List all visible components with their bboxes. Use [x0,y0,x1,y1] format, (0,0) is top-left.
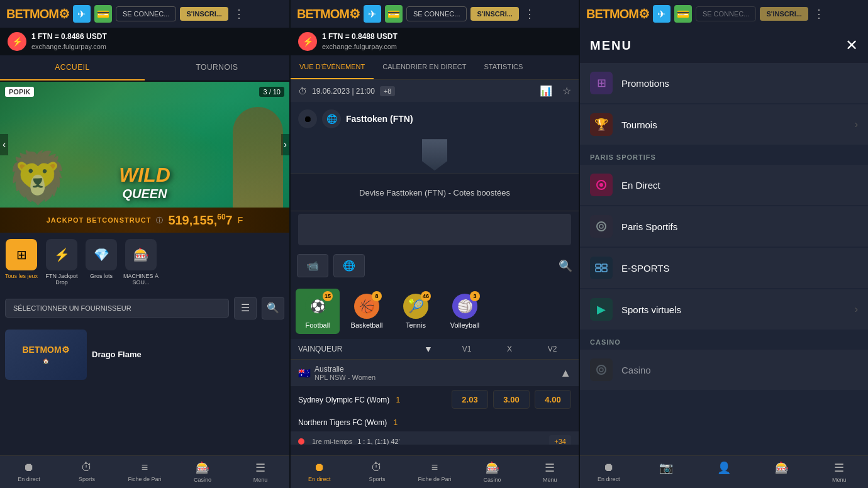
panel-sports: BETMOM⚙ ✈ 💳 SE CONNEC... S'INSCRI... ⋮ ⚡… [291,0,580,488]
sports-virtuels-chevron: › [855,304,858,315]
bottom-nav-menu[interactable]: ☰ Menu [231,456,289,488]
sport-football[interactable]: ⚽ 15 Football [296,289,340,334]
connect-btn-1[interactable]: SE CONNEC... [116,6,177,21]
more-btn-2[interactable]: ⋮ [523,7,537,21]
register-btn-3[interactable]: S'INSCRI... [760,7,808,21]
hero-next-btn[interactable]: › [281,134,289,155]
search-icon[interactable]: 🔍 [262,297,284,319]
tab-calendrier[interactable]: CALENDRIER EN DIRECT [374,55,475,79]
search-btn-2[interactable]: 🔍 [559,259,572,273]
telegram-icon-2[interactable]: ✈ [364,5,381,23]
ftn-rate-1: 1 FTN = 0.8486 USDT [31,31,107,42]
bottom-nav2-betslip[interactable]: ≡ Fiche de Pari [406,456,464,488]
tab-statistics[interactable]: STATISTICS [475,55,531,79]
vainqueur-dropdown-icon[interactable]: ▼ [424,344,433,354]
menu-item-sports-virtuels[interactable]: ▶ Sports virtuels › [580,289,868,330]
section-casino: CASINO [580,331,868,350]
more-btn-3[interactable]: ⋮ [812,7,826,21]
hero-badge: 3 / 10 [259,87,284,97]
ftn-banner-1: ⚡ 1 FTN = 0.8486 USDT exchange.fulgurpay… [0,28,289,55]
wallet-icon[interactable]: 💳 [94,5,112,23]
menu-title: MENU [590,38,632,53]
cat-machines[interactable]: 🎰 MACHINES À SOU... [122,239,160,286]
bottom-nav3-user[interactable]: 👤 [695,456,753,488]
tennis-icon: 🎾 46 [403,294,428,319]
svg-point-2 [597,222,606,231]
bottom-nav-betslip[interactable]: ≡ Fiche de Pari [116,456,174,488]
bottom-nav3-menu[interactable]: ☰ Menu [810,456,868,488]
bottom-nav-2: ⏺ En direct ⏱ Sports ≡ Fiche de Pari 🎰 C… [291,455,579,488]
football-count: 15 [323,291,333,301]
cotes-banner: Devise Fasttoken (FTN) - Cotes boostées [291,174,579,211]
jackpot-banner: JACKPOT BETCONSTRUCT ⓘ 519,155,607 F [0,208,289,233]
menu-item-en-direct[interactable]: En Direct [580,165,868,205]
menu-item-casino[interactable]: Casino [580,350,868,390]
tab-tournois[interactable]: TOURNOIS [145,55,289,80]
bottom-nav3-slots[interactable]: 🎰 [753,456,811,488]
bottom-nav-sports[interactable]: ⏱ Sports [58,456,116,488]
game-name: Drago Flame [92,350,284,359]
svg-rect-6 [596,269,601,272]
basketball-icon: 🏀 8 [354,294,379,319]
register-btn-2[interactable]: S'INSCRI... [470,7,518,21]
odd-btn-v2[interactable]: 4.00 [535,390,571,409]
menu-item-promotions[interactable]: ⊞ Promotions [580,63,868,103]
jackpot-info-icon[interactable]: ⓘ [156,216,163,225]
tab-vue-evenement[interactable]: VUE D'ÉVÉNEMENT [291,55,374,79]
odd-btn-x[interactable]: 3.00 [493,390,530,409]
bottom-nav2-menu[interactable]: ☰ Menu [521,456,579,488]
sport-tennis[interactable]: 🎾 46 Tennis [394,289,438,334]
menu-nav3-icon: ☰ [834,461,844,475]
sport-volleyball[interactable]: 🏐 3 Volleyball [443,289,487,334]
team1-score: 1 [396,396,401,404]
cat-all-games[interactable]: ⊞ Tous les jeux [5,239,38,286]
stats-icon[interactable]: 📊 [540,85,552,97]
bottom-nav2-casino[interactable]: 🎰 Casino [464,456,521,488]
menu-item-paris-sportifs[interactable]: Paris Sportifs [580,206,868,247]
bottom-nav2-sports[interactable]: ⏱ Sports [348,456,406,488]
register-btn-1[interactable]: S'INSCRI... [180,7,228,21]
telegram-icon-3[interactable]: ✈ [653,5,670,23]
more-bets-btn[interactable]: +34 [549,435,571,445]
bottom-nav-home[interactable]: ⏺ En direct [0,456,58,488]
video-btn[interactable]: 📹 [297,254,328,277]
tennis-label: Tennis [406,321,426,329]
cat-gros-lots[interactable]: 💎 Gros lots [86,239,117,286]
connect-btn-2[interactable]: SE CONNEC... [406,6,467,21]
hero-prev-btn[interactable]: ‹ [0,134,8,155]
game-card-betmom[interactable]: BETMOM⚙🏠 [5,330,87,380]
cat-ftn-jackpot[interactable]: ⚡ FTN Jackpot Drop [43,239,81,286]
provider-select-btn[interactable]: SÉLECTIONNER UN FOURNISSEUR [5,299,229,318]
wallet-icon-2[interactable]: 💳 [385,5,403,23]
tab-accueil[interactable]: ACCUEIL [0,55,145,80]
games-row: BETMOM⚙🏠 Drago Flame [0,324,289,385]
globe-btn[interactable]: 🌐 [333,254,365,277]
more-btn-1[interactable]: ⋮ [232,7,246,21]
casino-nav-icon-2: 🎰 [486,461,499,475]
menu-item-esports[interactable]: E-SPORTS [580,248,868,288]
collapse-icon[interactable]: ▲ [560,367,571,380]
odd-btn-v1[interactable]: 2.03 [452,390,488,409]
sport-basketball[interactable]: 🏀 8 Basketball [345,289,389,334]
casino-label: Casino [621,365,858,375]
bottom-nav-casino[interactable]: 🎰 Casino [174,456,231,488]
nav-tabs-1: ACCUEIL TOURNOIS [0,55,289,82]
menu-close-btn[interactable]: ✕ [845,36,858,54]
wallet-icon-3[interactable]: 💳 [674,5,692,23]
bottom-nav3-camera[interactable]: 📷 [638,456,696,488]
connect-btn-3[interactable]: SE CONNEC... [696,6,757,21]
event-match-name: Fasttoken (FTN) [346,114,413,124]
filter-icon[interactable]: ☰ [234,297,257,319]
bottom-nav3-live[interactable]: ⏺ En direct [580,456,638,488]
promotions-icon: ⊞ [590,72,613,94]
fav-icon[interactable]: ☆ [562,85,571,97]
video-placeholder [298,214,571,245]
menu-item-tournois[interactable]: 🏆 Tournois › [580,104,868,145]
match-row-team1: Sydney Olympic FC (Wom) 1 2.03 3.00 4.00 [291,386,579,413]
telegram-icon[interactable]: ✈ [73,5,91,23]
football-icon: ⚽ 15 [305,294,330,319]
svg-rect-7 [602,269,607,272]
bottom-nav2-live[interactable]: ⏺ En direct [291,456,348,488]
svg-point-9 [599,368,603,372]
match-status: 1re mi-temps 1 : 1, (1:1) 42' +34 [291,431,579,445]
